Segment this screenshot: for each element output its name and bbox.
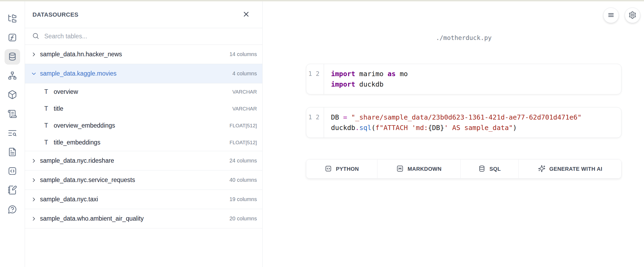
line-numbers: 1 2 xyxy=(306,64,324,94)
column-row[interactable]: Ttitle_embeddingsFLOAT[512] xyxy=(25,134,262,151)
search-icon xyxy=(32,32,39,41)
help-bubble-icon xyxy=(8,205,17,215)
add-cell-button-label: PYTHON xyxy=(336,166,359,172)
sidebar-item-documentation[interactable] xyxy=(5,144,20,160)
column-type-icon: T xyxy=(43,122,49,129)
add-cell-button-label: SQL xyxy=(489,166,501,172)
notebook-filename: ./motherduck.py xyxy=(306,34,621,41)
sidebar-rail xyxy=(0,1,25,267)
notebook-top-actions xyxy=(603,8,640,23)
chevron-right-icon xyxy=(31,216,37,222)
table-row[interactable]: sample_data.nyc.rideshare24 columns xyxy=(25,151,262,170)
sidebar-item-packages[interactable] xyxy=(5,87,20,103)
column-row[interactable]: Toverview_embeddingsFLOAT[512] xyxy=(25,117,262,134)
table-name: sample_data.nyc.taxi xyxy=(40,196,226,203)
search-tables-box[interactable] xyxy=(25,28,262,45)
sidebar-item-datasources[interactable] xyxy=(5,49,20,65)
document-icon xyxy=(8,147,17,158)
sidebar-item-help[interactable] xyxy=(5,202,20,217)
code-editor[interactable]: DB = "_share/sample_data/23b0d623-1361-4… xyxy=(324,107,621,138)
close-icon xyxy=(242,10,250,19)
table-row[interactable]: sample_data.kaggle.movies4 columns xyxy=(25,64,262,83)
datasources-panel: DATASOURCES sample_data.hn.hacker_news14… xyxy=(25,1,263,267)
column-row[interactable]: ToverviewVARCHAR xyxy=(25,83,262,100)
table-columns-count: 4 columns xyxy=(232,71,257,77)
menu-icon xyxy=(607,11,615,20)
cube-icon xyxy=(8,90,17,100)
sidebar-item-logs[interactable] xyxy=(5,106,20,122)
markdown-square-icon xyxy=(396,165,404,173)
table-columns-count: 20 columns xyxy=(230,216,257,222)
column-name: overview xyxy=(54,88,228,95)
settings-button[interactable] xyxy=(625,8,640,23)
add-markdown-cell-button[interactable]: MARKDOWN xyxy=(377,160,461,178)
window-top-strip xyxy=(0,0,644,1)
sidebar-item-file-explorer[interactable] xyxy=(5,11,20,27)
code-square-icon xyxy=(8,166,17,177)
sidebar-item-tracing[interactable] xyxy=(5,125,20,141)
column-name: title_embeddings xyxy=(54,139,225,146)
column-type-icon: T xyxy=(43,88,49,95)
sidebar-item-variables[interactable] xyxy=(5,30,20,46)
column-name: title xyxy=(54,105,228,112)
code-square-solid-icon xyxy=(325,165,332,173)
chevron-right-icon xyxy=(31,196,37,202)
add-python-cell-button[interactable]: PYTHON xyxy=(306,160,377,178)
table-name: sample_data.hn.hacker_news xyxy=(40,51,226,58)
column-type: VARCHAR xyxy=(232,106,257,112)
table-name: sample_data.who.ambient_air_quality xyxy=(40,215,226,222)
sidebar-item-dependencies[interactable] xyxy=(5,68,20,84)
column-row[interactable]: TtitleVARCHAR xyxy=(25,100,262,117)
notebook-main: ./motherduck.py 1 2import marimo as mo i… xyxy=(263,1,644,267)
graph-icon xyxy=(8,71,17,81)
database-icon xyxy=(8,52,17,62)
database-icon xyxy=(478,165,486,173)
table-row[interactable]: sample_data.nyc.service_requests40 colum… xyxy=(25,170,262,190)
table-row[interactable]: sample_data.nyc.taxi19 columns xyxy=(25,190,262,209)
sidebar-item-snippets[interactable] xyxy=(5,164,20,179)
table-columns-count: 24 columns xyxy=(230,158,257,164)
add-cell-bar: PYTHONMARKDOWNSQLGENERATE WITH AI xyxy=(306,159,621,179)
close-panel-button[interactable] xyxy=(241,9,252,20)
scroll-icon xyxy=(8,109,17,120)
code-cell[interactable]: 1 2import marimo as mo import duckdb xyxy=(306,64,621,94)
gear-icon xyxy=(628,11,636,20)
table-row[interactable]: sample_data.who.ambient_air_quality20 co… xyxy=(25,209,262,228)
code-cell[interactable]: 1 2DB = "_share/sample_data/23b0d623-136… xyxy=(306,107,621,138)
search-tables-input[interactable] xyxy=(44,33,256,40)
add-sql-cell-button[interactable]: SQL xyxy=(461,160,519,178)
column-type-icon: T xyxy=(43,139,49,146)
chevron-right-icon xyxy=(31,158,37,164)
notebook-menu-button[interactable] xyxy=(603,8,619,23)
sparkles-icon xyxy=(538,165,545,173)
chevron-down-icon xyxy=(31,71,37,77)
app-root: DATASOURCES sample_data.hn.hacker_news14… xyxy=(0,0,644,267)
add-cell-button-label: MARKDOWN xyxy=(407,166,442,172)
generate-with-ai-button[interactable]: GENERATE WITH AI xyxy=(519,160,621,178)
column-name: overview_embeddings xyxy=(54,122,225,129)
table-columns-count: 19 columns xyxy=(230,196,257,202)
file-tree-icon xyxy=(8,14,17,24)
line-numbers: 1 2 xyxy=(306,107,324,138)
sidebar-item-scratchpad[interactable] xyxy=(5,183,20,198)
panel-header: DATASOURCES xyxy=(25,1,262,28)
column-type: FLOAT[512] xyxy=(230,140,257,146)
column-type: FLOAT[512] xyxy=(230,123,257,129)
table-columns-count: 40 columns xyxy=(230,177,257,183)
table-name: sample_data.nyc.service_requests xyxy=(40,176,226,184)
add-cell-button-label: GENERATE WITH AI xyxy=(549,166,602,172)
column-type: VARCHAR xyxy=(232,89,257,95)
list-search-icon xyxy=(8,128,17,139)
code-editor[interactable]: import marimo as mo import duckdb xyxy=(324,64,621,94)
table-row[interactable]: sample_data.hn.hacker_news14 columns xyxy=(25,45,262,64)
function-icon xyxy=(8,33,17,43)
chevron-right-icon xyxy=(31,177,37,183)
chevron-right-icon xyxy=(31,51,37,57)
table-name: sample_data.kaggle.movies xyxy=(40,70,229,77)
column-type-icon: T xyxy=(43,105,49,112)
notebook-pen-icon xyxy=(8,185,17,196)
column-group: ToverviewVARCHARTtitleVARCHARToverview_e… xyxy=(25,83,262,151)
table-name: sample_data.nyc.rideshare xyxy=(40,157,226,164)
panel-title: DATASOURCES xyxy=(32,11,78,18)
table-columns-count: 14 columns xyxy=(230,51,257,57)
